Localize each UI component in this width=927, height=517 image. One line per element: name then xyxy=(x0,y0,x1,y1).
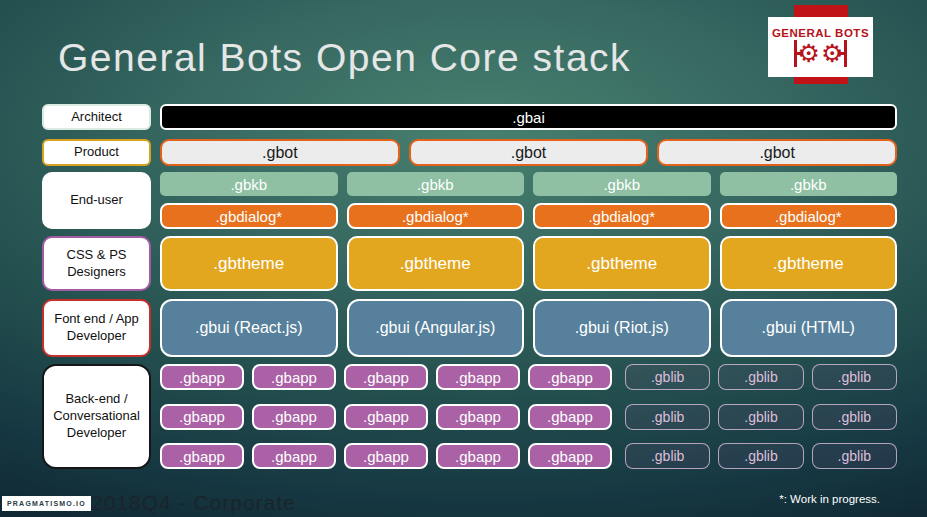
gblib-box: .gblib xyxy=(718,443,803,469)
gbdialog-box: .gbdialog* xyxy=(720,203,898,229)
gbui-box: .gbui (Riot.js) xyxy=(533,299,711,357)
role-label-frontend: Font end / App Developer xyxy=(42,299,151,357)
gbtheme-box: .gbtheme xyxy=(533,236,711,291)
end-user-band: End-user .gbkb .gbkb .gbkb .gbkb .gbdial… xyxy=(42,172,897,229)
gbapp-box: .gbapp xyxy=(344,404,428,430)
gblib-box: .gblib xyxy=(812,364,897,390)
gbapp-box: .gbapp xyxy=(436,364,520,390)
role-label-backend: Back-end / Conversational Developer xyxy=(42,364,151,469)
general-bots-logo: GENERAL BOTS ⚙⚙ xyxy=(768,17,873,77)
logo-wordmark: GENERAL BOTS xyxy=(772,27,869,39)
stack-diagram: Architect .gbai Product .gbot .gbot .gbo… xyxy=(42,104,897,469)
frontend-band: Font end / App Developer .gbui (React.js… xyxy=(42,299,897,357)
gbapp-box: .gbapp xyxy=(160,443,244,469)
gear-left-bar-icon xyxy=(794,40,797,67)
designers-band: CSS & PS Designers .gbtheme .gbtheme .gb… xyxy=(42,236,897,291)
backend-row: .gbapp .gbapp .gbapp .gbapp .gbapp .gbli… xyxy=(160,404,897,430)
role-label-designers: CSS & PS Designers xyxy=(42,236,151,291)
gbtheme-box: .gbtheme xyxy=(160,236,338,291)
gbapp-box: .gbapp xyxy=(528,364,612,390)
page-title: General Bots Open Core stack xyxy=(58,36,631,80)
gbkb-box: .gbkb xyxy=(160,172,338,196)
gbtheme-box: .gbtheme xyxy=(720,236,898,291)
gblib-box: .gblib xyxy=(718,404,803,430)
gbapp-box: .gbapp xyxy=(252,404,336,430)
gbapp-box: .gbapp xyxy=(252,443,336,469)
pragmatismo-badge: PRAGMATISMO.IO xyxy=(2,496,91,511)
gbapp-box: .gbapp xyxy=(528,404,612,430)
role-label-architect: Architect xyxy=(42,104,151,130)
gblib-box: .gblib xyxy=(812,404,897,430)
backend-row: .gbapp .gbapp .gbapp .gbapp .gbapp .gbli… xyxy=(160,443,897,469)
gbapp-box: .gbapp xyxy=(252,364,336,390)
product-band: Product .gbot .gbot .gbot xyxy=(42,139,897,166)
role-label-product: Product xyxy=(42,139,151,166)
gblib-box: .gblib xyxy=(812,443,897,469)
gblib-box: .gblib xyxy=(625,404,710,430)
gbapp-box: .gbapp xyxy=(160,364,244,390)
gblib-box: .gblib xyxy=(625,443,710,469)
work-in-progress-note: *: Work in progress. xyxy=(779,493,880,505)
gbdialog-box: .gbdialog* xyxy=(347,203,525,229)
gbot-box: .gbot xyxy=(657,139,897,166)
gbdialog-box: .gbdialog* xyxy=(160,203,338,229)
gear-right-bar-icon xyxy=(844,40,847,67)
gbai-box: .gbai xyxy=(160,104,897,130)
gbui-box: .gbui (React.js) xyxy=(160,299,338,357)
gbot-box: .gbot xyxy=(160,139,400,166)
gbkb-box: .gbkb xyxy=(720,172,898,196)
backend-band: Back-end / Conversational Developer .gba… xyxy=(42,364,897,469)
gbui-box: .gbui (Angular.js) xyxy=(347,299,525,357)
gbdialog-box: .gbdialog* xyxy=(533,203,711,229)
backend-row: .gbapp .gbapp .gbapp .gbapp .gbapp .gbli… xyxy=(160,364,897,390)
gbot-box: .gbot xyxy=(409,139,649,166)
gears-icon: ⚙⚙ xyxy=(794,40,848,67)
gbapp-box: .gbapp xyxy=(160,404,244,430)
gbui-box: .gbui (HTML) xyxy=(720,299,898,357)
gbapp-box: .gbapp xyxy=(436,404,520,430)
gbkb-box: .gbkb xyxy=(347,172,525,196)
footer-caption: 2018Q4 - Corporate xyxy=(91,491,296,515)
gbapp-box: .gbapp xyxy=(528,443,612,469)
gblib-box: .gblib xyxy=(625,364,710,390)
gblib-box: .gblib xyxy=(718,364,803,390)
gbapp-box: .gbapp xyxy=(344,443,428,469)
gbapp-box: .gbapp xyxy=(436,443,520,469)
gbapp-box: .gbapp xyxy=(344,364,428,390)
gbkb-box: .gbkb xyxy=(533,172,711,196)
gbtheme-box: .gbtheme xyxy=(347,236,525,291)
role-label-end-user: End-user xyxy=(42,172,151,229)
architect-band: Architect .gbai xyxy=(42,104,897,130)
